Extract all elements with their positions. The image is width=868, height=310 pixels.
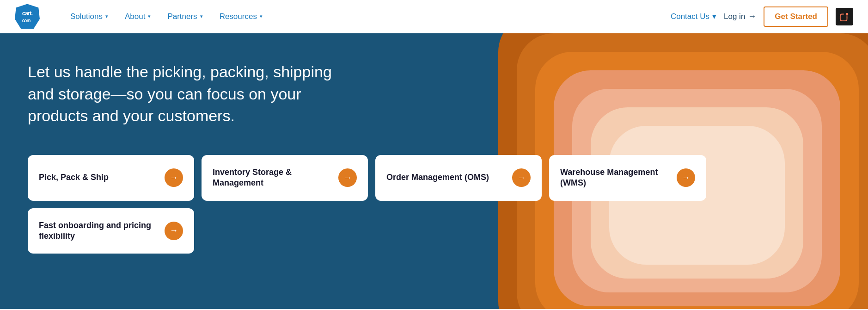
navbar: cart.com Solutions ▾ About ▾ Partners ▾ … [0, 0, 868, 33]
logo[interactable]: cart.com [15, 4, 40, 29]
card-pick-pack-ship[interactable]: Pick, Pack & Ship → [28, 155, 194, 201]
nav-right: Contact Us ▾ Log in → Get Started [671, 6, 853, 27]
get-started-button[interactable]: Get Started [764, 6, 828, 27]
card-order-management[interactable]: Order Management (OMS) → [375, 155, 542, 201]
card-label: Fast onboarding and pricing flexibility [39, 220, 165, 242]
svg-point-0 [846, 12, 849, 15]
card-arrow-icon: → [165, 168, 183, 187]
chevron-down-icon: ▾ [105, 13, 108, 19]
nav-item-partners[interactable]: Partners ▾ [159, 12, 211, 21]
card-label: Warehouse Management (WMS) [560, 167, 677, 189]
card-arrow-icon: → [677, 168, 695, 187]
card-arrow-icon: → [165, 222, 183, 240]
chevron-down-icon: ▾ [200, 13, 203, 19]
hero-tagline: Let us handle the picking, packing, ship… [28, 61, 342, 127]
nav-item-resources[interactable]: Resources ▾ [211, 12, 271, 21]
chevron-down-icon: ▾ [260, 13, 263, 19]
hubspot-icon[interactable] [836, 8, 853, 25]
hero-section: Let us handle the picking, packing, ship… [0, 33, 868, 309]
chevron-down-icon: ▾ [148, 13, 151, 19]
card-inventory-storage[interactable]: Inventory Storage & Management → [202, 155, 368, 201]
card-onboarding-pricing[interactable]: Fast onboarding and pricing flexibility … [28, 208, 194, 254]
card-label: Inventory Storage & Management [213, 167, 338, 189]
card-label: Pick, Pack & Ship [39, 172, 109, 183]
nav-item-about[interactable]: About ▾ [116, 12, 159, 21]
nav-links: Solutions ▾ About ▾ Partners ▾ Resources… [62, 12, 671, 21]
card-label: Order Management (OMS) [386, 172, 489, 183]
nav-contact[interactable]: Contact Us ▾ [671, 12, 716, 21]
cards-grid: Pick, Pack & Ship → Inventory Storage & … [28, 155, 840, 254]
nav-item-solutions[interactable]: Solutions ▾ [62, 12, 116, 21]
chevron-down-icon: ▾ [712, 12, 716, 21]
nav-login[interactable]: Log in → [724, 12, 756, 21]
card-arrow-icon: → [512, 168, 531, 187]
login-arrow-icon: → [748, 12, 756, 21]
card-arrow-icon: → [338, 168, 357, 187]
logo-icon: cart.com [15, 4, 40, 29]
card-warehouse-management[interactable]: Warehouse Management (WMS) → [549, 155, 706, 201]
